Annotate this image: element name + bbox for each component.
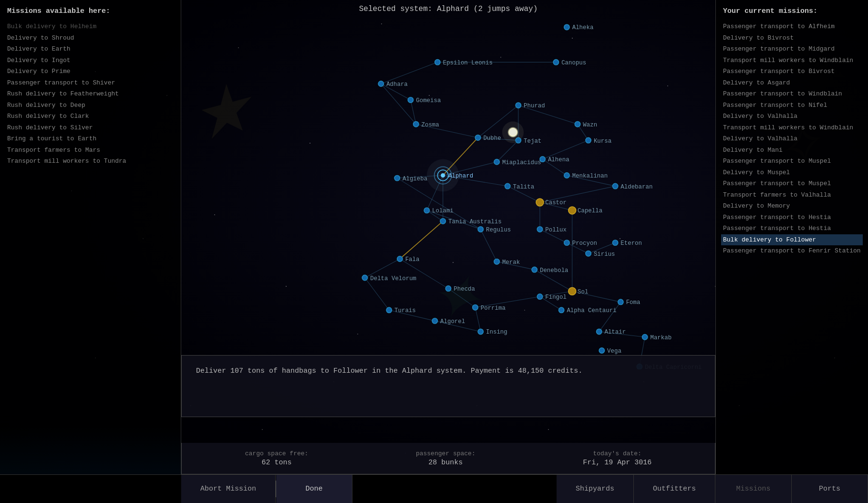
- star-node-wazn[interactable]: Wazn: [575, 122, 597, 128]
- star-node-porrima[interactable]: Porrima: [473, 304, 506, 311]
- star-node-eteron[interactable]: Eteron: [612, 240, 642, 247]
- current-mission-item[interactable]: Delivery to Asgard: [723, 77, 861, 89]
- current-mission-item[interactable]: Transport mill workers to Windblain: [723, 55, 861, 66]
- svg-text:Adhara: Adhara: [386, 81, 408, 88]
- star-node-alhena[interactable]: Alhena: [540, 157, 569, 163]
- current-mission-item[interactable]: Delivery to Valhalla: [723, 133, 861, 145]
- svg-point-104: [424, 208, 429, 213]
- star-node-markab[interactable]: Markab: [642, 335, 672, 341]
- svg-text:Regulus: Regulus: [486, 227, 511, 233]
- star-node-denebola[interactable]: Denebola: [532, 267, 568, 273]
- current-mission-item[interactable]: Passenger transport to Muspel: [723, 156, 861, 167]
- available-mission-item[interactable]: Passenger transport to Shiver: [7, 77, 174, 89]
- cargo-label: cargo space free:: [245, 450, 309, 457]
- svg-text:Aldebaran: Aldebaran: [620, 184, 652, 190]
- star-node-merak[interactable]: Merak: [494, 259, 520, 266]
- star-node-foma[interactable]: Foma: [618, 299, 641, 306]
- star-node-tania_australis[interactable]: Tania Australis: [440, 219, 502, 225]
- star-node-vega[interactable]: Vega: [599, 348, 621, 355]
- current-mission-item[interactable]: Delivery to Muspel: [723, 167, 861, 178]
- current-mission-item[interactable]: Delivery to Mani: [723, 145, 861, 156]
- current-mission-item[interactable]: Passenger transport to Fenrir Station: [723, 245, 861, 257]
- star-node-fala[interactable]: Fala: [397, 256, 420, 263]
- outfitters-button[interactable]: Outfitters: [634, 475, 715, 503]
- star-node-phecda[interactable]: Phecda: [445, 286, 475, 293]
- star-node-alpha_centauri[interactable]: Alpha Centauri: [558, 307, 616, 314]
- star-node-castor[interactable]: Castor: [536, 199, 567, 206]
- shipyards-button[interactable]: Shipyards: [557, 475, 634, 503]
- svg-line-14: [497, 140, 518, 162]
- star-node-dubhe[interactable]: Dubhe: [475, 135, 501, 142]
- star-node-lolami[interactable]: Lolami: [424, 208, 454, 214]
- available-mission-item[interactable]: Transport farmers to Mars: [7, 145, 174, 156]
- available-mission-item[interactable]: Rush delivery to Silver: [7, 122, 174, 134]
- ports-button[interactable]: Ports: [792, 475, 868, 503]
- star-node-aldebaran[interactable]: Aldebaran: [612, 183, 652, 190]
- star-nodes[interactable]: AlphardDubheZosmaGomeisaAdharaEpsilon Le…: [362, 24, 702, 369]
- star-node-epsilon_leonis[interactable]: Epsilon Leonis: [435, 60, 493, 66]
- current-mission-item[interactable]: Passenger transport to Muspel: [723, 178, 861, 189]
- star-node-procyon[interactable]: Procyon: [564, 240, 597, 247]
- current-mission-item[interactable]: Transport farmers to Valhalla: [723, 189, 861, 201]
- star-node-tejat[interactable]: Tejat: [516, 137, 541, 144]
- star-node-algorel[interactable]: Algorel: [432, 318, 465, 325]
- current-mission-item[interactable]: Passenger transport to Nifel: [723, 100, 861, 111]
- star-node-kursa[interactable]: Kursa: [586, 137, 612, 144]
- available-mission-item[interactable]: Rush delivery to Featherweight: [7, 88, 174, 100]
- star-node-sol[interactable]: Sol: [568, 287, 589, 295]
- star-node-fingol[interactable]: Fingol: [537, 294, 567, 301]
- current-mission-item[interactable]: Passenger transport to Alfheim: [723, 21, 861, 32]
- svg-point-100: [612, 240, 618, 245]
- star-node-altair[interactable]: Altair: [597, 329, 626, 335]
- svg-point-126: [473, 304, 478, 310]
- star-node-adhara[interactable]: Adhara: [378, 81, 408, 88]
- star-node-alheka[interactable]: Alheka: [564, 24, 594, 31]
- available-mission-item[interactable]: Rush delivery to Deep: [7, 100, 174, 111]
- available-mission-item[interactable]: Delivery to Shroud: [7, 32, 174, 44]
- passenger-info: passenger space: 28 bunks: [416, 450, 475, 467]
- right-panel: Your current missions: Passenger transpo…: [715, 0, 868, 474]
- star-node-zosma[interactable]: Zosma: [413, 122, 440, 128]
- current-mission-item[interactable]: Bulk delivery to Follower: [721, 234, 863, 246]
- star-node-capella[interactable]: Capella: [568, 207, 603, 214]
- star-connections: [365, 62, 645, 369]
- svg-text:Capella: Capella: [578, 208, 603, 214]
- star-node-canopus[interactable]: Canopus: [553, 60, 586, 66]
- star-node-insing[interactable]: Insing: [478, 329, 507, 335]
- svg-line-29: [481, 229, 497, 262]
- current-mission-item[interactable]: Transport mill workers to Windblain: [723, 122, 861, 134]
- available-mission-item[interactable]: Delivery to Earth: [7, 43, 174, 55]
- star-node-miaplacidus[interactable]: Miaplacidus: [494, 159, 541, 166]
- available-mission-item[interactable]: Delivery to Prime: [7, 66, 174, 77]
- star-node-talita[interactable]: Talita: [505, 183, 535, 190]
- current-mission-item[interactable]: Passenger transport to Hestia: [723, 212, 861, 223]
- star-node-delta_velorum[interactable]: Delta Velorum: [362, 275, 416, 282]
- svg-point-70: [553, 60, 558, 65]
- current-mission-item[interactable]: Delivery to Bivrost: [723, 32, 861, 44]
- current-mission-item[interactable]: Passenger transport to Hestia: [723, 223, 861, 234]
- center-header: Selected system: Alphard (2 jumps away): [181, 5, 715, 13]
- star-node-turais[interactable]: Turais: [386, 307, 416, 314]
- available-mission-item[interactable]: Bulk delivery to Helheim: [7, 21, 174, 32]
- available-mission-item[interactable]: Bring a tourist to Earth: [7, 133, 174, 145]
- abort-mission-button[interactable]: Abort Mission: [181, 475, 276, 503]
- star-node-pollux[interactable]: Pollux: [537, 227, 567, 233]
- current-mission-item[interactable]: Passenger transport to Windblain: [723, 88, 861, 100]
- star-node-algieba[interactable]: Algieba: [394, 175, 428, 182]
- svg-text:Denebola: Denebola: [540, 267, 568, 274]
- star-node-regulus[interactable]: Regulus: [478, 227, 511, 233]
- done-button[interactable]: Done: [276, 475, 352, 503]
- star-map-svg[interactable]: AlphardDubheZosmaGomeisaAdharaEpsilon Le…: [181, 19, 715, 369]
- star-node-gomeisa[interactable]: Gomeisa: [408, 97, 441, 104]
- star-map[interactable]: AlphardDubheZosmaGomeisaAdharaEpsilon Le…: [181, 19, 715, 369]
- current-mission-item[interactable]: Passenger transport to Bivrost: [723, 66, 861, 77]
- star-node-sirius[interactable]: Sirius: [586, 251, 615, 258]
- available-mission-item[interactable]: Delivery to Ingot: [7, 55, 174, 66]
- current-mission-item[interactable]: Delivery to Valhalla: [723, 111, 861, 122]
- available-mission-item[interactable]: Rush delivery to Clark: [7, 111, 174, 122]
- star-node-phurad[interactable]: Phurad: [516, 103, 545, 109]
- missions-button[interactable]: Missions: [715, 475, 792, 503]
- available-mission-item[interactable]: Transport mill workers to Tundra: [7, 156, 174, 167]
- current-mission-item[interactable]: Delivery to Memory: [723, 200, 861, 212]
- current-mission-item[interactable]: Passenger transport to Midgard: [723, 43, 861, 55]
